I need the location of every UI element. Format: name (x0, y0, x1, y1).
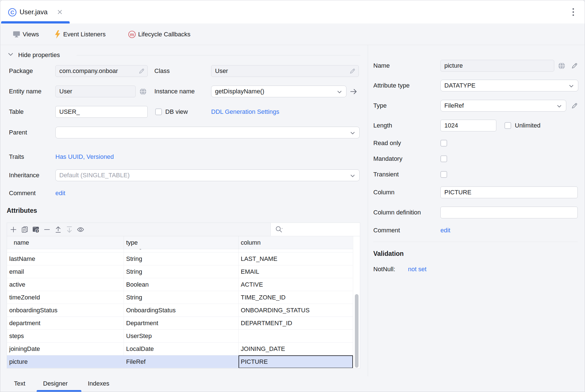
cell-column[interactable]: ACTIVE (238, 278, 353, 291)
package-label: Package (9, 65, 33, 77)
cell-name[interactable]: active (7, 278, 124, 291)
attributes-search[interactable] (270, 223, 360, 236)
table-row[interactable]: activeBooleanACTIVE (7, 278, 353, 291)
cell-type[interactable]: String (124, 291, 238, 304)
add-to-fetch-plan-icon[interactable]: f (32, 226, 39, 233)
attribute-type-label: Attribute type (373, 80, 410, 91)
table-header: name type column (7, 236, 353, 249)
table-row[interactable]: lastNameStringLAST_NAME (7, 252, 353, 265)
cell-name[interactable]: onboardingStatus (7, 304, 124, 317)
unlimited-checkbox[interactable] (504, 122, 511, 129)
table-row[interactable]: onboardingStatusOnboardingStatusONBOARDI… (7, 304, 353, 317)
tab-user-java[interactable]: C User.java (0, 0, 73, 23)
add-attribute-icon[interactable] (10, 226, 17, 233)
arrow-right-icon[interactable] (350, 88, 358, 95)
cell-column[interactable]: ONBOARDING_STATUS (238, 304, 353, 317)
tab-indexes[interactable]: Indexes (88, 376, 109, 392)
class-field[interactable]: User (211, 65, 359, 77)
scrollbar-thumb[interactable] (355, 294, 358, 368)
eye-icon[interactable] (77, 226, 84, 233)
cell-type[interactable]: UserStep (124, 330, 238, 343)
column-definition-field[interactable] (440, 207, 578, 218)
globe-icon[interactable] (558, 62, 565, 70)
cell-type[interactable]: FileRef (124, 355, 238, 368)
hide-properties-toggle[interactable]: Hide properties (8, 49, 75, 61)
detail-comment-label: Comment (373, 225, 400, 236)
inheritance-combo[interactable]: Default (SINGLE_TABLE) (55, 169, 360, 181)
pencil-icon[interactable] (138, 68, 145, 75)
attribute-type-combo[interactable]: DATATYPE (440, 80, 578, 91)
traits-link[interactable]: Has UUID, Versioned (55, 151, 114, 163)
db-view-checkbox[interactable] (155, 108, 162, 115)
close-icon[interactable] (57, 9, 63, 15)
transient-checkbox[interactable] (440, 171, 447, 178)
cell-type[interactable]: String (124, 265, 238, 278)
cell-type[interactable]: Department (124, 317, 238, 330)
cell-name[interactable]: department (7, 317, 124, 330)
cell-column[interactable]: JOINING_DATE (238, 343, 353, 355)
comment-edit-link[interactable]: edit (55, 187, 65, 199)
kebab-menu-icon[interactable] (571, 8, 575, 17)
move-down-icon[interactable] (66, 226, 73, 233)
tab-text[interactable]: Text (14, 376, 25, 392)
cell-type[interactable]: Boolean (124, 278, 238, 291)
chevron-down-icon (350, 132, 355, 134)
class-label: Class (154, 65, 170, 77)
cell-name[interactable]: email (7, 265, 124, 278)
ddl-generation-settings-link[interactable]: DDL Generation Settings (211, 106, 279, 118)
cell-column[interactable] (238, 249, 353, 252)
column-field[interactable]: PICTURE (440, 186, 578, 198)
copy-attribute-icon[interactable] (21, 226, 28, 233)
cell-column[interactable]: LAST_NAME (238, 252, 353, 265)
table-row[interactable]: stepsUserStep (7, 330, 353, 343)
search-input[interactable] (286, 226, 353, 233)
comment-label: Comment (9, 187, 36, 199)
pencil-icon[interactable] (349, 68, 356, 75)
cell-column[interactable]: TIME_ZONE_ID (238, 291, 353, 304)
cell-column[interactable]: EMAIL (238, 265, 353, 278)
cell-type[interactable]: LocalDate (124, 343, 238, 355)
entity-name-field[interactable]: User (55, 86, 136, 97)
table-row[interactable]: timeZoneIdStringTIME_ZONE_ID (7, 291, 353, 304)
detail-comment-edit-link[interactable]: edit (440, 225, 450, 236)
table-row[interactable]: emailStringEMAIL (7, 265, 353, 278)
cell-column[interactable]: PICTURE (238, 355, 353, 368)
column-header-type[interactable]: type (124, 236, 238, 249)
table-row[interactable]: pictureFileRefPICTURE (7, 355, 353, 368)
notnull-label: NotNull: (373, 263, 395, 275)
pencil-icon[interactable] (571, 62, 578, 70)
table-row[interactable]: departmentDepartmentDEPARTMENT_ID (7, 317, 353, 330)
cell-name[interactable] (7, 249, 124, 252)
globe-icon[interactable] (139, 88, 147, 95)
mandatory-checkbox[interactable] (440, 155, 447, 162)
length-field[interactable]: 1024 (440, 120, 496, 131)
cell-column[interactable] (238, 330, 353, 343)
scrollbar-track[interactable] (353, 236, 360, 368)
move-up-icon[interactable] (55, 226, 62, 233)
type-combo[interactable]: FileRef (440, 100, 566, 112)
cell-name[interactable]: lastName (7, 252, 124, 265)
type-label: Type (373, 100, 387, 112)
pencil-icon[interactable] (571, 102, 578, 110)
cell-type[interactable]: String (124, 252, 238, 265)
instance-name-combo[interactable]: getDisplayName() (211, 86, 346, 97)
parent-combo[interactable] (55, 127, 360, 138)
cell-type[interactable]: String (124, 249, 238, 252)
table-row[interactable]: String (7, 249, 353, 252)
cell-type[interactable]: OnboardingStatus (124, 304, 238, 317)
cell-name[interactable]: picture (7, 355, 124, 368)
table-field[interactable]: USER_ (55, 106, 148, 118)
cell-name[interactable]: timeZoneId (7, 291, 124, 304)
cell-name[interactable]: steps (7, 330, 124, 343)
read-only-checkbox[interactable] (440, 140, 447, 147)
column-header-name[interactable]: name (7, 236, 124, 249)
remove-attribute-icon[interactable] (43, 226, 51, 233)
tab-designer[interactable]: Designer (43, 376, 68, 392)
notnull-value-link[interactable]: not set (408, 263, 426, 275)
package-field[interactable]: com.company.onboar (55, 65, 148, 77)
table-row[interactable]: joiningDateLocalDateJOINING_DATE (7, 343, 353, 355)
attribute-name-field[interactable]: picture (440, 60, 554, 72)
cell-name[interactable]: joiningDate (7, 343, 124, 355)
cell-column[interactable]: DEPARTMENT_ID (238, 317, 353, 330)
column-header-column[interactable]: column (238, 236, 353, 249)
